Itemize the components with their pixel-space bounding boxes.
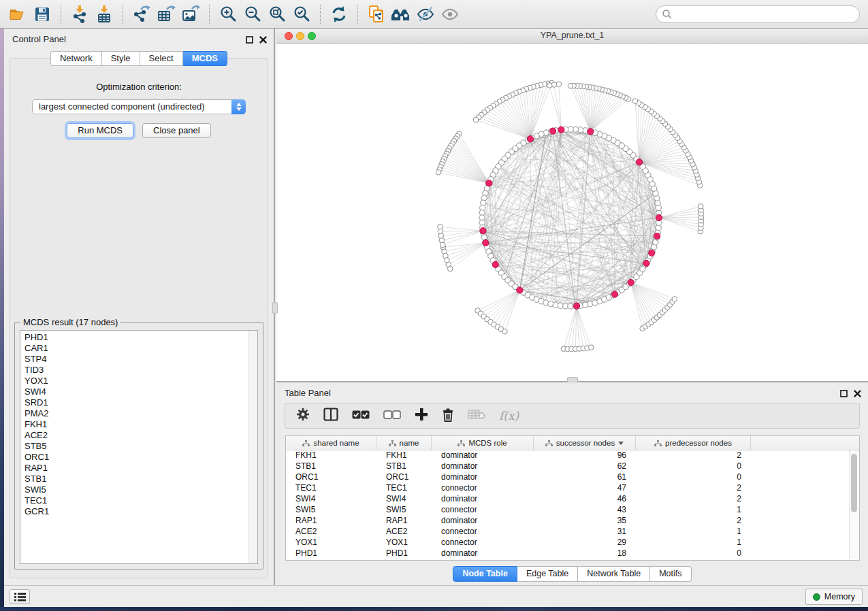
- memory-button[interactable]: Memory: [805, 589, 863, 605]
- import-table-icon[interactable]: [92, 3, 116, 25]
- mcds-result-item[interactable]: STB5: [25, 441, 248, 452]
- horizontal-splitter-handle[interactable]: [567, 377, 578, 382]
- table-row[interactable]: RAP1RAP1dominator352: [286, 515, 850, 526]
- table-row[interactable]: YOX1YOX1connector291: [286, 537, 850, 548]
- table-row[interactable]: SWI5SWI5connector431: [286, 504, 850, 515]
- optimization-criterion-select[interactable]: largest connected component (undirected): [32, 99, 246, 114]
- column-header-name[interactable]: name: [376, 436, 432, 450]
- column-header-successor-nodes[interactable]: successor nodes: [534, 436, 636, 450]
- mcds-hub-node[interactable]: [588, 129, 594, 135]
- network-node[interactable]: [672, 297, 677, 302]
- mcds-hub-node[interactable]: [558, 127, 564, 133]
- network-node[interactable]: [436, 169, 441, 175]
- mcds-hub-node[interactable]: [486, 180, 492, 186]
- mcds-hub-node[interactable]: [480, 228, 486, 234]
- mcds-hub-node[interactable]: [527, 136, 533, 142]
- mcds-result-item[interactable]: TEC1: [25, 495, 248, 506]
- tab-select[interactable]: Select: [140, 51, 183, 66]
- mcds-hub-node[interactable]: [611, 291, 617, 297]
- task-history-button[interactable]: [10, 589, 30, 604]
- table-row[interactable]: TEC1TEC1connector472: [286, 482, 850, 493]
- mcds-hub-node[interactable]: [656, 214, 662, 220]
- mcds-result-item[interactable]: SWI5: [25, 484, 248, 495]
- mcds-result-item[interactable]: PMA2: [25, 408, 248, 419]
- gear-icon[interactable]: [296, 408, 310, 424]
- network-node[interactable]: [588, 345, 594, 350]
- mcds-hub-node[interactable]: [654, 233, 660, 239]
- search-network-icon[interactable]: [389, 3, 413, 25]
- tab-network[interactable]: Network: [50, 51, 102, 66]
- zoom-in-icon[interactable]: [216, 3, 240, 25]
- mcds-result-item[interactable]: SRD1: [25, 397, 248, 408]
- table-tab-motifs[interactable]: Motifs: [650, 566, 691, 582]
- mcds-result-item[interactable]: FKH1: [25, 419, 248, 430]
- mcds-result-item[interactable]: ACE2: [25, 430, 248, 441]
- network-window-titlebar[interactable]: YPA_prune.txt_1: [276, 29, 868, 44]
- network-canvas[interactable]: [276, 44, 868, 381]
- open-session-icon[interactable]: [5, 3, 30, 25]
- column-header-predecessor-nodes[interactable]: predecessor nodes: [636, 436, 751, 450]
- mcds-hub-node[interactable]: [483, 240, 489, 246]
- zoom-selected-icon[interactable]: [289, 3, 314, 25]
- network-node[interactable]: [568, 83, 573, 88]
- column-header-MCDS-role[interactable]: MCDS role: [432, 436, 534, 450]
- network-node[interactable]: [547, 83, 552, 88]
- float-panel-icon[interactable]: [840, 388, 848, 400]
- vertical-splitter-handle[interactable]: [272, 302, 278, 314]
- mcds-result-item[interactable]: RAP1: [25, 463, 248, 474]
- mcds-hub-node[interactable]: [573, 303, 579, 309]
- run-mcds-button[interactable]: Run MCDS: [67, 123, 133, 138]
- add-column-icon[interactable]: [415, 408, 428, 424]
- table-scrollbar-thumb[interactable]: [851, 454, 857, 512]
- import-network-icon[interactable]: [67, 3, 92, 25]
- deselect-all-icon[interactable]: [383, 410, 401, 422]
- delete-table-icon[interactable]: [468, 408, 485, 423]
- function-builder-icon[interactable]: f(x): [499, 409, 519, 423]
- mcds-result-item[interactable]: PHD1: [25, 332, 248, 343]
- hide-selected-icon[interactable]: [413, 3, 438, 25]
- network-graph[interactable]: [276, 44, 868, 381]
- network-node[interactable]: [698, 203, 703, 209]
- table-tab-network-table[interactable]: Network Table: [578, 566, 650, 582]
- mcds-hub-node[interactable]: [492, 261, 498, 267]
- table-row[interactable]: ORC1ORC1dominator610: [286, 472, 850, 482]
- mcds-hub-node[interactable]: [649, 250, 655, 256]
- copy-network-icon[interactable]: [364, 3, 389, 25]
- close-panel-icon[interactable]: [259, 34, 267, 46]
- mcds-hub-node[interactable]: [628, 279, 634, 285]
- delete-column-icon[interactable]: [442, 408, 454, 425]
- network-node[interactable]: [502, 329, 508, 334]
- mcds-result-item[interactable]: STP4: [25, 354, 248, 365]
- tab-mcds[interactable]: MCDS: [183, 51, 227, 66]
- close-panel-button[interactable]: Close panel: [142, 123, 211, 138]
- table-row[interactable]: PHD1PHD1dominator180: [286, 548, 850, 559]
- mcds-hub-node[interactable]: [517, 287, 523, 293]
- save-session-icon[interactable]: [30, 3, 54, 25]
- network-node[interactable]: [473, 117, 479, 122]
- table-row[interactable]: ACE2ACE2connector311: [286, 526, 850, 537]
- table-tab-node-table[interactable]: Node Table: [453, 566, 517, 582]
- column-header-shared-name[interactable]: shared name: [286, 436, 376, 450]
- mcds-result-item[interactable]: ORC1: [25, 452, 248, 463]
- mcds-hub-node[interactable]: [643, 260, 649, 266]
- mcds-result-item[interactable]: TID3: [25, 365, 248, 376]
- show-all-icon[interactable]: [438, 3, 462, 25]
- select-all-icon[interactable]: [352, 410, 370, 422]
- mcds-result-item[interactable]: SWI4: [25, 386, 248, 397]
- network-node[interactable]: [440, 242, 445, 248]
- mcds-result-item[interactable]: STB1: [25, 474, 248, 484]
- table-row[interactable]: SWI4SWI4dominator462: [286, 493, 850, 504]
- refresh-icon[interactable]: [327, 3, 351, 25]
- export-table-icon[interactable]: [154, 3, 178, 25]
- mcds-list-scrollbar[interactable]: [248, 331, 257, 563]
- mcds-result-item[interactable]: GCR1: [25, 506, 248, 517]
- export-network-icon[interactable]: [129, 3, 154, 25]
- search-input[interactable]: [656, 5, 860, 23]
- table-row[interactable]: STB1STB1dominator620: [286, 461, 850, 472]
- network-node[interactable]: [447, 266, 453, 271]
- tab-style[interactable]: Style: [102, 51, 140, 66]
- mcds-hub-node[interactable]: [549, 128, 556, 134]
- mcds-result-item[interactable]: CAR1: [25, 343, 248, 354]
- zoom-fit-icon[interactable]: [265, 3, 289, 25]
- mcds-result-item[interactable]: YOX1: [25, 376, 248, 386]
